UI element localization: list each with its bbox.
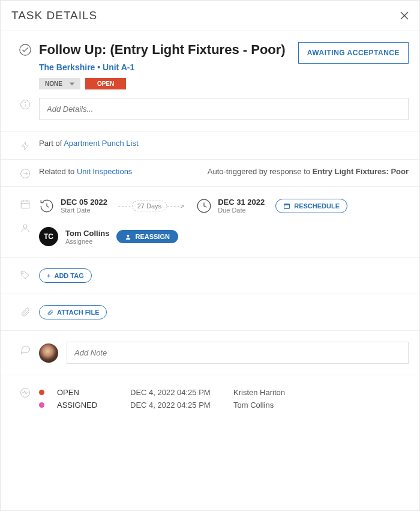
reschedule-button[interactable]: RESCHEDULE [275,199,347,213]
history-list: OPEN DEC 4, 2022 04:25 PM Kristen Harito… [39,386,409,411]
close-icon [400,11,409,20]
note-input[interactable] [67,342,409,364]
paperclip-icon [20,306,31,318]
partof-link[interactable]: Apartment Punch List [64,139,138,148]
assignee-name: Tom Collins [65,229,109,238]
history-time: DEC 4, 2022 04:25 PM [130,401,226,410]
info-icon [20,99,31,110]
history-who: Kristen Hariton [233,388,409,397]
svg-point-19 [23,273,24,274]
clock-icon [196,198,212,214]
history-who: Tom Collins [233,401,409,410]
check-circle-icon [19,43,32,56]
status-dot [39,390,44,395]
tags-section: + ADD TAG [1,258,419,294]
history-status: ASSIGNED [57,401,123,410]
due-date: DEC 31 2022 [218,198,265,207]
current-user-avatar [39,343,58,363]
user-icon [125,234,131,240]
close-button[interactable] [400,11,409,20]
tag-icon [20,270,31,280]
start-date: DEC 05 2022 [61,198,107,207]
task-location[interactable]: The Berkshire • Unit A-1 [39,62,286,72]
svg-marker-7 [22,142,29,150]
details-input[interactable] [39,98,409,120]
partof-section: Part of Apartment Punch List [1,132,419,160]
task-header-section: Follow Up: (Entry Light Fixtures - Poor)… [1,31,419,98]
add-tag-button[interactable]: + ADD TAG [39,268,92,283]
details-section [1,98,419,132]
history-status: OPEN [57,388,123,397]
related-link[interactable]: Unit Inspections [77,167,133,176]
start-date-block: DEC 05 2022 Start Date [39,198,107,214]
svg-point-2 [20,44,31,55]
paperclip-small-icon [47,309,53,316]
modal-header: TASK DETAILS [1,1,419,31]
assignee-label: Assignee [65,238,109,245]
reassign-button[interactable]: REASSIGN [116,230,178,243]
svg-point-17 [127,234,130,237]
arrow-circle-icon [20,168,31,179]
duration-separator: ---- 27 Days ----> [118,201,185,211]
plus-icon: + [47,272,50,279]
activity-icon [20,387,31,398]
history-row: ASSIGNED DEC 4, 2022 04:25 PM Tom Collin… [39,399,409,411]
calendar-small-icon [283,202,290,210]
schedule-section: DEC 05 2022 Start Date ---- 27 Days ----… [1,187,419,258]
svg-point-18 [23,225,27,228]
task-title: Follow Up: (Entry Light Fixtures - Poor) [39,42,286,58]
status-dot [39,402,44,408]
due-date-block: DEC 31 2022 Due Date [196,198,265,214]
chevron-down-icon [70,82,74,86]
start-date-label: Start Date [61,207,107,214]
history-row: OPEN DEC 4, 2022 04:25 PM Kristen Harito… [39,386,409,399]
svg-point-5 [25,102,25,103]
svg-rect-10 [21,201,29,208]
attach-file-button[interactable]: ATTACH FILE [39,305,107,319]
calendar-icon [20,199,31,210]
awaiting-acceptance-button[interactable]: AWAITING ACCEPTANCE [298,42,409,64]
related-text: Related to Unit Inspections Auto-trigger… [39,167,409,176]
assignee-avatar: TC [39,227,58,246]
priority-badge-label: NONE [45,80,62,87]
duration-pill: 27 Days [132,201,167,211]
attachments-section: ATTACH FILE [1,294,419,331]
notes-section [1,331,419,375]
chat-icon [19,343,31,355]
due-date-label: Due Date [218,207,265,214]
svg-rect-16 [284,204,290,205]
partof-text: Part of Apartment Punch List [39,139,409,148]
modal-title: TASK DETAILS [11,9,97,22]
status-badge[interactable]: OPEN [85,78,126,89]
history-section: OPEN DEC 4, 2022 04:25 PM Kristen Harito… [1,375,419,422]
svg-marker-3 [70,82,74,85]
priority-badge[interactable]: NONE [39,78,80,89]
trigger-item: Entry Light Fixtures: Poor [313,167,409,176]
history-time: DEC 4, 2022 04:25 PM [130,388,226,397]
related-section: Related to Unit Inspections Auto-trigger… [1,160,419,187]
person-icon [20,223,31,234]
lightning-icon [20,140,30,152]
clock-back-icon [39,198,55,214]
